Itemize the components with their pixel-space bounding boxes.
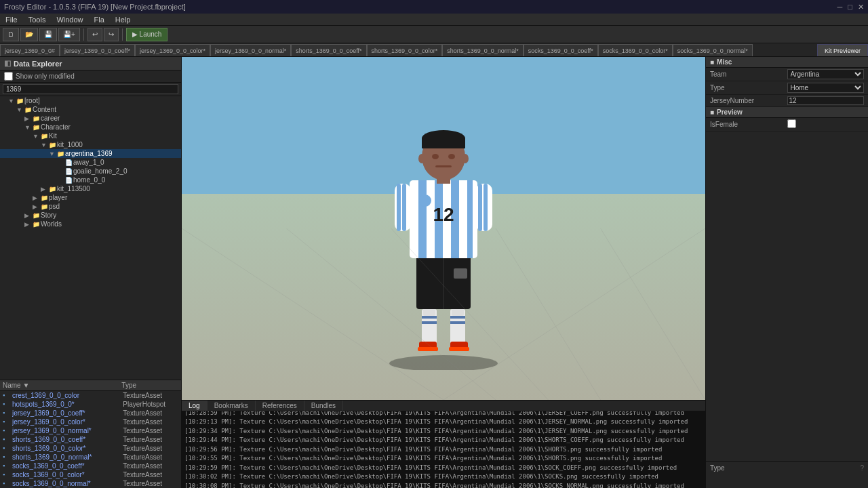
- redo-button[interactable]: ↪: [104, 28, 119, 41]
- asset-type-socks-color: TextureAsset: [123, 471, 178, 479]
- toolbar-separator2: [122, 28, 123, 41]
- asset-row-jersey-normal[interactable]: ▪ jersey_1369_0_0_normal* TextureAsset: [0, 426, 181, 435]
- asset-type-jersey-color: TextureAsset: [123, 418, 178, 426]
- menu-window[interactable]: Window: [51, 16, 88, 24]
- asset-row-shorts-normal[interactable]: ▪ shorts_1369_0_0_normal* TextureAsset: [0, 453, 181, 462]
- minimize-btn[interactable]: ─: [837, 3, 843, 12]
- log-tab-bundles[interactable]: Bundles: [304, 401, 343, 411]
- log-tabs: Log Bookmarks References Bundles: [182, 401, 705, 411]
- log-tab-bookmarks[interactable]: Bookmarks: [208, 401, 256, 411]
- asset-row-hotspots[interactable]: ▪ hotspots_1369_0_0* PlayerHotspot: [0, 400, 181, 409]
- maximize-btn[interactable]: □: [848, 3, 852, 12]
- close-btn[interactable]: ✕: [858, 3, 864, 12]
- asset-icon-hotspots: ▪: [3, 401, 12, 408]
- asset-type-shorts-color: TextureAsset: [123, 445, 178, 452]
- tab-jersey1369-0[interactable]: jersey_1369_0_0#: [0, 44, 60, 56]
- svg-rect-30: [397, 184, 401, 231]
- svg-line-46: [391, 228, 549, 400]
- tree-goaliehome20[interactable]: ▶ 📄 goalie_home_2_0: [0, 167, 181, 176]
- isfemale-checkbox[interactable]: [787, 119, 796, 128]
- tab-socks-normal[interactable]: socks_1369_0_0_normal*: [673, 44, 753, 56]
- titlebar: Frosty Editor - 1.0.5.3 (FIFA 19) [New P…: [0, 0, 868, 14]
- asset-row-socks-color[interactable]: ▪ socks_1369_0_0_color* TextureAsset: [0, 470, 181, 479]
- tab-jersey-normal[interactable]: jersey_1369_0_0_normal*: [210, 44, 291, 56]
- tab-kit-previewer[interactable]: Kit Previewer: [817, 44, 868, 56]
- undo-button[interactable]: ↩: [87, 28, 102, 41]
- log-line-5: [10:29:13 PM]: Texture C:\Users\machi\On…: [184, 418, 703, 427]
- asset-name-shorts-coeff: shorts_1369_0_0_coeff*: [12, 436, 123, 443]
- tab-jersey-color[interactable]: jersey_1369_0_0_color*: [135, 44, 210, 56]
- log-tab-references[interactable]: References: [256, 401, 304, 411]
- tree-away10[interactable]: ▶ 📄 away_1_0: [0, 158, 181, 167]
- jersey-number-input[interactable]: [787, 96, 865, 105]
- type-column-header[interactable]: Type: [119, 380, 181, 390]
- svg-line-49: [443, 228, 705, 400]
- name-column-header[interactable]: Name ▼: [0, 380, 119, 390]
- asset-name-jersey-normal: jersey_1369_0_0_normal*: [12, 427, 123, 434]
- asset-name-socks-coeff: socks_1369_0_0_coeff*: [12, 462, 123, 470]
- svg-line-45: [286, 228, 496, 400]
- launch-button[interactable]: ▶ Launch: [126, 28, 168, 41]
- properties-panel: ■ Misc Team Argentina Type Home Away: [706, 57, 868, 461]
- tab-shorts-coeff[interactable]: shorts_1369_0_0_coeff*: [291, 44, 366, 56]
- asset-type-jersey-normal: TextureAsset: [123, 427, 178, 434]
- tree-root[interactable]: ▼ 📁 [root]: [0, 96, 181, 105]
- help-button[interactable]: ?: [860, 464, 864, 472]
- svg-rect-31: [402, 184, 406, 231]
- menu-help[interactable]: Help: [110, 16, 136, 24]
- save-all-button[interactable]: 💾+: [58, 28, 80, 41]
- tree-kit[interactable]: ▼ 📁 Kit: [0, 131, 181, 140]
- asset-row-jersey-color[interactable]: ▪ jersey_1369_0_0_color* TextureAsset: [0, 418, 181, 426]
- tree-worlds[interactable]: ▶ 📁 Worlds: [0, 220, 181, 228]
- center-panel: 12: [182, 57, 705, 488]
- tree-kit113500[interactable]: ▶ 📁 kit_113500: [0, 184, 181, 193]
- tab-shorts-color[interactable]: shorts_1369_0_0_color*: [367, 44, 443, 56]
- tree-story[interactable]: ▶ 📁 Story: [0, 211, 181, 220]
- tree-career[interactable]: ▶ 📁 career: [0, 114, 181, 123]
- tab-shorts-normal[interactable]: shorts_1369_0_0_normal*: [442, 44, 524, 56]
- search-input[interactable]: [3, 84, 178, 94]
- asset-row-socks-coeff[interactable]: ▪ socks_1369_0_0_coeff* TextureAsset: [0, 462, 181, 470]
- menu-file[interactable]: File: [0, 16, 23, 24]
- isfemale-label: IsFemale: [710, 121, 787, 128]
- log-tab-log[interactable]: Log: [182, 401, 208, 411]
- team-label: Team: [710, 70, 787, 78]
- asset-row-shorts-coeff[interactable]: ▪ shorts_1369_0_0_coeff* TextureAsset: [0, 435, 181, 444]
- tab-socks-color[interactable]: socks_1369_0_0_color*: [598, 44, 673, 56]
- tree-home00[interactable]: ▶ 📄 home_0_0: [0, 176, 181, 184]
- team-value: Argentina: [787, 69, 865, 79]
- team-select[interactable]: Argentina: [787, 69, 865, 79]
- tree-player[interactable]: ▶ 📁 player: [0, 193, 181, 202]
- preview-section-header[interactable]: ■ Preview: [706, 107, 868, 118]
- log-line-11: [10:30:02 PM]: Texture C:\Users\machi\On…: [184, 472, 703, 482]
- asset-row-crest[interactable]: ▪ crest_1369_0_0_color TextureAsset: [0, 391, 181, 400]
- asset-icon-jersey-normal: ▪: [3, 427, 12, 434]
- svg-line-44: [182, 228, 443, 400]
- asset-list-body: ▪ crest_1369_0_0_color TextureAsset ▪ ho…: [0, 391, 181, 488]
- tree-character[interactable]: ▼ 📁 Character: [0, 123, 181, 131]
- asset-name-jersey-coeff: jersey_1369_0_0_coeff*: [12, 409, 123, 417]
- new-button[interactable]: 🗋: [3, 28, 19, 41]
- asset-row-shorts-color[interactable]: ▪ shorts_1369_0_0_color* TextureAsset: [0, 444, 181, 453]
- log-line-6: [10:29:34 PM]: Texture C:\Users\machi\On…: [184, 427, 703, 436]
- misc-section-header[interactable]: ■ Misc: [706, 57, 868, 68]
- tree-kit1000[interactable]: ▼ 📁 kit_1000: [0, 140, 181, 149]
- save-button[interactable]: 💾: [39, 28, 57, 41]
- type-prop-row: Type Home Away: [706, 81, 868, 95]
- type-select[interactable]: Home Away: [787, 83, 865, 93]
- tree-psd[interactable]: ▶ 📁 psd: [0, 202, 181, 211]
- open-button[interactable]: 📂: [20, 28, 38, 41]
- show-modified-checkbox[interactable]: [4, 72, 13, 81]
- tab-jersey-coeff[interactable]: jersey_1369_0_0_coeff*: [60, 44, 135, 56]
- asset-icon-shorts-color: ▪: [3, 445, 12, 452]
- asset-row-jersey-coeff[interactable]: ▪ jersey_1369_0_0_coeff* TextureAsset: [0, 409, 181, 418]
- asset-row-socks-normal[interactable]: ▪ socks_1369_0_0_normal* TextureAsset: [0, 479, 181, 488]
- asset-name-crest: crest_1369_0_0_color: [12, 392, 123, 399]
- menu-fla[interactable]: Fla: [89, 16, 110, 24]
- tree-content[interactable]: ▼ 📁 Content: [0, 105, 181, 114]
- log-content: [10:24:51 PM]: Loading profile for FIFA …: [182, 411, 705, 488]
- tree-argentina1369[interactable]: ▼ 📁 argentina_1369: [0, 149, 181, 158]
- type-prop-label: Type: [710, 84, 787, 92]
- tab-socks-coeff[interactable]: socks_1369_0_0_coeff*: [524, 44, 598, 56]
- menu-tools[interactable]: Tools: [23, 16, 52, 24]
